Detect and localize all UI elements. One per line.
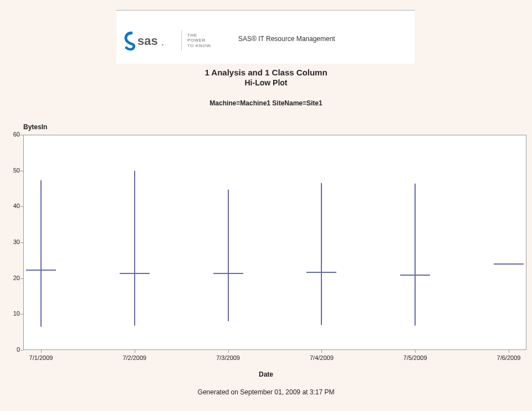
- sas-logo-icon: sas: [123, 28, 176, 53]
- x-tick: [321, 350, 322, 353]
- y-tick-label: 10: [3, 310, 20, 317]
- hilo-range: [40, 180, 42, 327]
- y-axis-label: BytesIn: [23, 123, 47, 131]
- y-tick: [21, 135, 23, 135]
- y-tick: [21, 278, 23, 279]
- hilo-mid: [120, 273, 150, 274]
- svg-text:sas: sas: [137, 34, 158, 48]
- plot-area: [23, 135, 526, 350]
- x-tick-label: 7/4/2009: [305, 354, 338, 361]
- y-tick-label: 30: [3, 239, 20, 245]
- y-tick: [21, 314, 23, 314]
- hilo-mid: [213, 273, 243, 274]
- hilo-range: [321, 183, 322, 325]
- brand-block: sas THE POWER TO KNOW.: [123, 28, 212, 53]
- y-tick-label: 20: [3, 275, 20, 281]
- hilo-range: [415, 184, 416, 326]
- x-tick: [228, 350, 229, 353]
- chart-subtitle: Machine=Machine1 SiteName=Site1: [0, 99, 532, 107]
- x-tick: [509, 350, 509, 353]
- x-tick: [135, 350, 135, 353]
- logo-divider: [181, 31, 182, 50]
- brand-tagline: THE POWER TO KNOW.: [187, 33, 212, 49]
- hilo-mid: [306, 272, 336, 273]
- hilo-mid: [400, 275, 430, 276]
- x-tick: [41, 350, 42, 353]
- hilo-range: [228, 190, 229, 321]
- report-header: sas THE POWER TO KNOW. SAS® IT Resource …: [116, 10, 415, 64]
- y-tick-label: 40: [3, 202, 20, 209]
- y-tick-label: 60: [3, 131, 20, 138]
- y-tick: [21, 206, 23, 207]
- x-tick: [415, 350, 416, 353]
- y-tick-label: 0: [3, 346, 20, 353]
- y-tick: [21, 350, 23, 351]
- chart-title-1: 1 Analysis and 1 Class Column: [0, 68, 532, 77]
- product-name: SAS® IT Resource Management: [238, 35, 335, 43]
- svg-point-0: [125, 47, 128, 49]
- y-tick-label: 50: [3, 167, 20, 174]
- x-axis-label: Date: [0, 371, 532, 378]
- x-tick-label: 7/6/2009: [492, 354, 525, 361]
- svg-point-2: [162, 44, 163, 45]
- hilo-mid: [26, 270, 56, 271]
- x-tick-label: 7/3/2009: [212, 354, 245, 361]
- report-footer: Generated on September 01, 2009 at 3:17 …: [0, 388, 532, 396]
- y-tick: [21, 242, 23, 243]
- x-tick-label: 7/2/2009: [118, 354, 151, 361]
- hilo-mid: [494, 263, 524, 265]
- y-tick: [21, 171, 23, 171]
- x-tick-label: 7/5/2009: [398, 354, 432, 361]
- chart-title-2: Hi-Low Plot: [0, 78, 532, 87]
- x-tick-label: 7/1/2009: [24, 354, 58, 361]
- chart-titles: 1 Analysis and 1 Class Column Hi-Low Plo…: [0, 68, 532, 107]
- hilo-range: [134, 171, 135, 326]
